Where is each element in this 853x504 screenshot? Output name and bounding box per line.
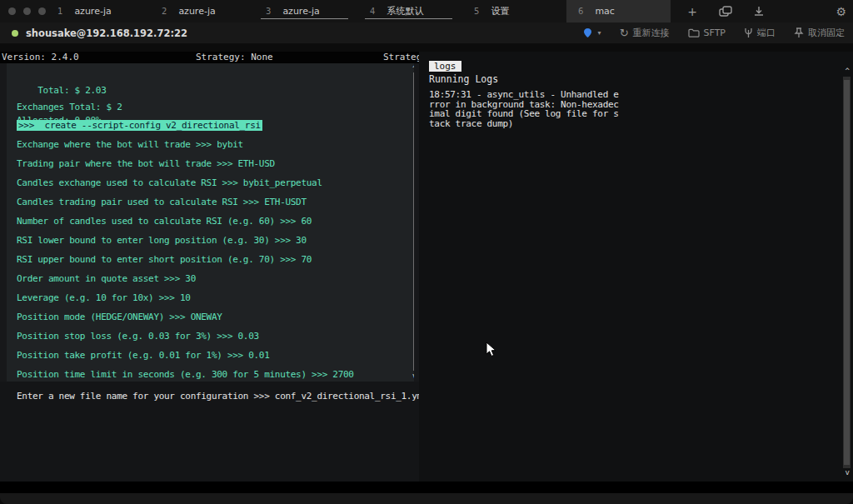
config-qa-list: Exchange where the bot will trade >>> by… bbox=[17, 140, 400, 382]
terminal-line: Order amount in quote asset >>> 30 bbox=[17, 274, 400, 293]
left-scrollbar-thumb[interactable] bbox=[413, 72, 414, 371]
beacon-button[interactable]: ▾ bbox=[583, 27, 601, 38]
tab-settings[interactable]: 5 设置 bbox=[462, 0, 566, 22]
terminal-left-pane: Total: $ 2.03 Allocated: 0.00% Exchanges… bbox=[0, 63, 419, 482]
right-scrollbar-track[interactable] bbox=[843, 77, 851, 468]
download-icon[interactable] bbox=[748, 6, 770, 17]
tab-system-default[interactable]: 4 系统默认 bbox=[358, 0, 462, 22]
settings-gear-icon[interactable]: ⚙ bbox=[836, 0, 846, 22]
tab-bar: 1 azure-ja 2 azure-ja 3 azure-ja 4 系统默认 … bbox=[0, 0, 853, 22]
log-entries: 18:57:31 - async_utils - Unhandled e rro… bbox=[429, 90, 679, 128]
terminal-line: RSI upper bound to enter short position … bbox=[17, 255, 400, 274]
right-scroll-up-arrow[interactable]: ^ bbox=[846, 67, 850, 75]
tab-number: 6 bbox=[578, 7, 583, 16]
tab-number: 4 bbox=[370, 7, 375, 16]
location-pin-icon bbox=[583, 27, 592, 38]
right-scrollbar-thumb[interactable] bbox=[844, 80, 850, 465]
windows-stack-icon[interactable] bbox=[715, 6, 736, 17]
tab-number: 3 bbox=[266, 7, 271, 16]
log-line: imal digit found (See log file for s bbox=[429, 109, 679, 119]
terminal-line: Position stop loss (e.g. 0.03 for 3%) >>… bbox=[17, 332, 400, 351]
app-window: 1 azure-ja 2 azure-ja 3 azure-ja 4 系统默认 … bbox=[0, 0, 853, 504]
tab-number: 1 bbox=[57, 7, 62, 16]
input-text: Enter a new file name for your configura… bbox=[17, 391, 427, 402]
terminal-input-area[interactable]: Enter a new file name for your configura… bbox=[0, 382, 419, 482]
left-scroll-down-arrow[interactable]: v bbox=[412, 372, 414, 380]
folder-icon bbox=[688, 28, 700, 37]
terminal-line: Exchange where the bot will trade >>> by… bbox=[17, 140, 400, 159]
port-plug-icon bbox=[744, 27, 753, 38]
terminal-line: Candles trading pair used to calculate R… bbox=[17, 197, 400, 217]
window-bottom-edge bbox=[0, 493, 853, 504]
tab-number: 5 bbox=[474, 7, 479, 16]
log-line: tack trace dump) bbox=[429, 119, 679, 129]
tab-label: azure-ja bbox=[74, 6, 111, 17]
left-scroll-up-arrow[interactable]: ^ bbox=[412, 64, 414, 72]
pin-icon bbox=[794, 27, 804, 38]
command-line: >>> create --script-config v2_directiona… bbox=[17, 121, 262, 131]
tab-azure-ja-1[interactable]: 1 azure-ja bbox=[46, 0, 150, 22]
window-minimize-button[interactable] bbox=[23, 7, 31, 15]
input-prompt-line: Enter a new file name for your configura… bbox=[17, 390, 435, 402]
terminal-line: Position take profit (e.g. 0.01 for 1%) … bbox=[17, 351, 400, 370]
terminal-line: Position time limit in seconds (e.g. 300… bbox=[17, 370, 400, 382]
connection-status-dot bbox=[12, 30, 18, 37]
mouse-cursor bbox=[486, 342, 496, 361]
connection-bar: shousake@192.168.192.72:22 ▾ ↻ 重新连接 SFTP bbox=[0, 22, 853, 43]
tab-number: 2 bbox=[162, 7, 167, 16]
sftp-button[interactable]: SFTP bbox=[688, 27, 726, 38]
highlighted-command: >>> create --script-config v2_directiona… bbox=[17, 120, 262, 131]
terminal-line: Candles exchange used to calculate RSI >… bbox=[17, 178, 400, 197]
port-label: 端口 bbox=[757, 27, 776, 39]
tab-azure-ja-3[interactable]: 3 azure-ja bbox=[254, 0, 358, 22]
reconnect-label: 重新连接 bbox=[633, 27, 670, 39]
tab-mac[interactable]: 6 mac bbox=[566, 0, 671, 22]
running-logs-title: Running Logs bbox=[429, 73, 498, 85]
new-tab-icon[interactable]: + bbox=[681, 5, 703, 18]
sftp-label: SFTP bbox=[704, 27, 726, 38]
tab-label: azure-ja bbox=[282, 6, 319, 17]
terminal-line: Leverage (e.g. 10 for 10x) >>> 10 bbox=[17, 293, 400, 312]
terminal-line: Trading pair where the bot will trade >>… bbox=[17, 159, 400, 178]
strategy-label: Strategy: None bbox=[196, 52, 273, 63]
terminal-output-area[interactable]: Total: $ 2.03 Allocated: 0.00% Exchanges… bbox=[7, 63, 414, 382]
terminal-line: Position mode (HEDGE/ONEWAY) >>> ONEWAY bbox=[17, 312, 400, 332]
window-zoom-button[interactable] bbox=[38, 7, 46, 15]
unpin-button[interactable]: 取消固定 bbox=[794, 27, 845, 39]
terminal-line: RSI lower bound to enter long position (… bbox=[17, 236, 400, 255]
chevron-down-icon: ▾ bbox=[598, 29, 601, 37]
port-button[interactable]: 端口 bbox=[744, 27, 776, 39]
reconnect-icon: ↻ bbox=[620, 27, 629, 39]
reconnect-button[interactable]: ↻ 重新连接 bbox=[620, 27, 670, 39]
tab-label: 设置 bbox=[491, 5, 509, 17]
host-address: shousake@192.168.192.72:22 bbox=[26, 27, 187, 39]
log-line: 18:57:31 - async_utils - Unhandled e bbox=[429, 90, 679, 100]
window-close-button[interactable] bbox=[8, 7, 16, 15]
tab-label: azure-ja bbox=[178, 6, 215, 17]
terminal-log-pane: logs Running Logs 18:57:31 - async_utils… bbox=[419, 52, 853, 482]
total-balance: Total: $ 2.03 bbox=[17, 86, 106, 96]
unpin-label: 取消固定 bbox=[808, 27, 845, 39]
connection-actions: ▾ ↻ 重新连接 SFTP 端口 bbox=[583, 22, 845, 43]
terminal-status-bar: Trades: 0, Total P&L: 0.00, Return %: 0.… bbox=[0, 482, 853, 493]
tab-strip: 1 azure-ja 2 azure-ja 3 azure-ja 4 系统默认 … bbox=[46, 0, 671, 22]
version-label: Version: 2.4.0 bbox=[2, 52, 79, 63]
terminal-line: Number of candles used to calculate RSI … bbox=[17, 217, 400, 236]
tab-label: mac bbox=[595, 6, 615, 17]
tab-azure-ja-2[interactable]: 2 azure-ja bbox=[150, 0, 254, 22]
tab-label: 系统默认 bbox=[387, 5, 423, 17]
logs-tab[interactable]: logs bbox=[429, 61, 461, 72]
tab-actions: + bbox=[675, 0, 770, 22]
right-scroll-down-arrow[interactable]: v bbox=[846, 468, 850, 477]
window-gap bbox=[0, 43, 853, 52]
window-controls bbox=[8, 7, 46, 15]
exchanges-total: Exchanges Total: $ 2 bbox=[17, 102, 122, 112]
